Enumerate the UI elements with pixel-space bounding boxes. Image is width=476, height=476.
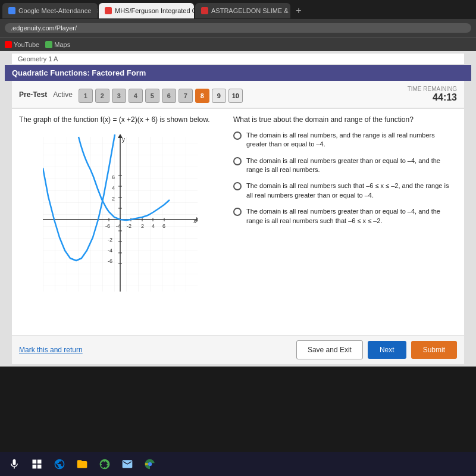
answer-choice-d[interactable]: The domain is all real numbers greater t… [233,207,457,226]
tab-favicon-3 [201,7,208,14]
q-btn-4[interactable]: 4 [129,89,143,103]
taskbar-windows[interactable] [29,456,45,472]
tab-label-3: ASTRAGELDON SLIME & LEV [211,7,290,14]
svg-rect-34 [37,460,42,464]
youtube-favicon [5,41,12,48]
browser-chrome: Google Meet-Attendance × MHS/Ferguson In… [0,0,476,51]
choice-text-d: The domain is all real numbers greater t… [246,207,457,226]
mark-return-link[interactable]: Mark this and return [19,346,83,354]
bookmarks-bar: YouTube Maps [0,37,476,51]
svg-text:4: 4 [112,185,115,191]
choice-text-c: The domain is all real numbers such that… [246,181,457,200]
status-label: Active [53,90,73,99]
q-btn-5[interactable]: 5 [145,89,159,103]
question-left: The graph of the function f(x) = (x +2)(… [19,115,221,329]
q-btn-7[interactable]: 7 [178,89,193,103]
radio-a[interactable] [233,131,242,140]
svg-text:4: 4 [152,223,155,229]
question-right: What is true about the domain and range … [233,115,457,329]
svg-text:2: 2 [112,196,115,202]
radio-c[interactable] [233,182,242,190]
tab-label-1: Google Meet-Attendance [18,7,91,14]
answer-choice-c[interactable]: The domain is all real numbers such that… [233,181,457,200]
svg-point-37 [148,462,152,466]
question-body: The graph of the function f(x) = (x +2)(… [12,109,464,335]
pretest-label: Pre-Test [19,90,47,99]
svg-text:y: y [122,136,125,143]
q-btn-6[interactable]: 6 [162,89,176,103]
svg-text:6: 6 [162,223,165,229]
svg-rect-36 [37,465,42,469]
taskbar-email[interactable] [119,456,136,472]
taskbar [0,452,476,476]
tab-astrageldon[interactable]: ASTRAGELDON SLIME & LEV × [195,3,290,18]
pretest-row: Pre-Test Active 1 2 3 4 5 6 7 8 9 10 TIM… [19,83,457,105]
answer-choice-b[interactable]: The domain is all real numbers greater t… [233,156,457,175]
svg-marker-3 [196,217,198,222]
submit-button[interactable]: Submit [411,341,457,359]
q-btn-9[interactable]: 9 [212,89,226,103]
svg-text:6: 6 [112,174,115,180]
address-text: .edgenuity.com/Player/ [11,24,77,32]
course-title-bar: Quadratic Functions: Factored Form [5,65,471,81]
question-header: Pre-Test Active 1 2 3 4 5 6 7 8 9 10 TIM… [12,81,464,109]
choice-text-b: The domain is all real numbers greater t… [246,156,457,175]
footer-buttons: Save and Exit Next Submit [296,340,457,359]
address-bar-row: .edgenuity.com/Player/ [0,19,476,37]
radio-b[interactable] [233,157,242,165]
svg-rect-35 [33,465,37,469]
svg-text:x: x [193,218,196,224]
tab-favicon-2 [105,7,112,14]
answer-prompt: What is true about the domain and range … [233,115,457,125]
function-graph: -6 -4 -2 2 4 6 x 6 4 2 -2 -4 -6 [43,131,198,298]
answer-choice-a[interactable]: The domain is all real numbers, and the … [233,131,457,149]
tab-bar: Google Meet-Attendance × MHS/Ferguson In… [0,0,476,19]
tab-google-meet[interactable]: Google Meet-Attendance × [2,3,98,18]
question-stem: The graph of the function f(x) = (x +2)(… [19,115,221,125]
maps-favicon [45,41,52,48]
svg-text:-6: -6 [108,258,112,264]
taskbar-store[interactable] [96,456,113,472]
save-exit-button[interactable]: Save and Exit [296,340,363,359]
taskbar-microphone[interactable] [6,456,23,472]
bookmark-maps-label: Maps [54,41,70,48]
next-button[interactable]: Next [368,341,406,359]
bookmark-youtube-label: YouTube [14,41,39,48]
bookmark-maps[interactable]: Maps [45,41,70,48]
address-bar[interactable]: .edgenuity.com/Player/ [5,23,471,33]
svg-text:-2: -2 [108,237,112,243]
q-btn-8[interactable]: 8 [195,89,209,103]
svg-text:-2: -2 [127,223,131,229]
add-tab-button[interactable]: + [292,4,306,18]
q-btn-3[interactable]: 3 [112,89,126,103]
q-btn-2[interactable]: 2 [95,89,109,103]
question-footer: Mark this and return Save and Exit Next … [12,335,464,364]
course-name: Geometry 1 A [18,55,58,62]
q-btn-10[interactable]: 10 [228,89,243,103]
taskbar-edge[interactable] [51,456,68,472]
svg-rect-33 [33,460,37,464]
tab-favicon-1 [8,7,15,14]
radio-d[interactable] [233,208,242,216]
content-area: Geometry 1 A Quadratic Functions: Factor… [12,54,464,364]
svg-text:-6: -6 [105,223,110,229]
time-remaining-label: TIME REMAINING [408,86,457,92]
svg-text:-4: -4 [116,223,121,229]
svg-text:-4: -4 [108,248,112,253]
tab-label-2: MHS/Ferguson Integrated Geom [115,7,194,14]
time-remaining: TIME REMAINING 44:13 [408,86,457,103]
q-btn-1[interactable]: 1 [79,89,93,103]
time-remaining-value: 44:13 [408,92,457,103]
graph-container: -6 -4 -2 2 4 6 x 6 4 2 -2 -4 -6 [43,131,198,298]
choice-text-a: The domain is all real numbers, and the … [246,131,457,149]
tab-close-1[interactable]: × [96,8,98,14]
course-title: Quadratic Functions: Factored Form [12,68,146,77]
svg-text:2: 2 [141,223,144,229]
taskbar-chrome[interactable] [142,456,158,472]
question-nav: 1 2 3 4 5 6 7 8 9 10 [79,89,243,103]
tab-edgenuity[interactable]: MHS/Ferguson Integrated Geom × [99,3,194,18]
taskbar-file-explorer[interactable] [74,456,90,472]
bookmark-youtube[interactable]: YouTube [5,41,39,48]
